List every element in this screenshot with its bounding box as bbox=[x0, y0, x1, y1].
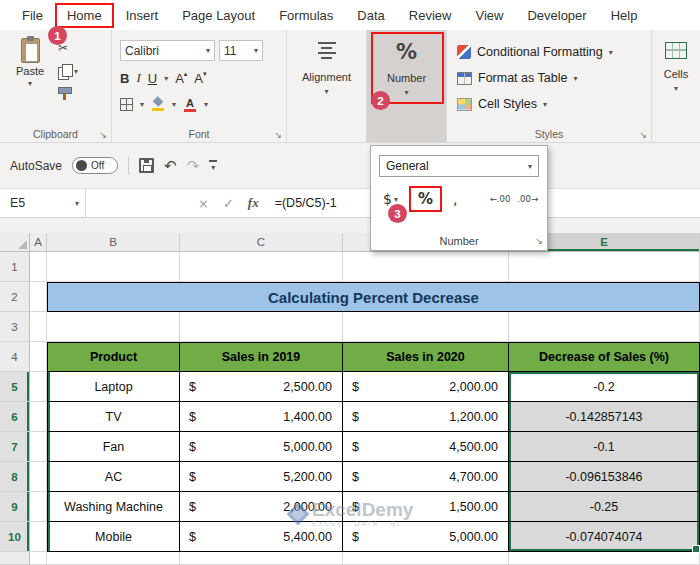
row-header-8[interactable]: 8 bbox=[0, 462, 30, 492]
column-header-c[interactable]: C bbox=[180, 233, 343, 252]
decrease-decimal-button[interactable]: .00→ bbox=[516, 192, 539, 206]
cell-c3[interactable] bbox=[180, 312, 343, 342]
number-dialog-launcher-icon[interactable]: ↘ bbox=[535, 236, 543, 246]
cell-styles-button[interactable]: Cell Styles ▾ bbox=[457, 95, 651, 113]
font-dialog-launcher-icon[interactable]: ↘ bbox=[274, 130, 282, 140]
active-cell-e5[interactable]: -0.2 bbox=[509, 372, 700, 402]
row-header-9[interactable]: 9 bbox=[0, 492, 30, 522]
tab-page-layout[interactable]: Page Layout bbox=[170, 3, 267, 28]
cell-a4[interactable] bbox=[30, 342, 47, 372]
increase-decimal-button[interactable]: ←.00 bbox=[489, 192, 512, 206]
cell-b3[interactable] bbox=[47, 312, 180, 342]
name-box[interactable]: E5 ▾ bbox=[0, 189, 86, 217]
underline-button[interactable]: U bbox=[148, 71, 157, 86]
enter-check-icon[interactable]: ✓ bbox=[223, 196, 234, 211]
chevron-down-icon[interactable]: ▾ bbox=[140, 100, 144, 109]
row-header-3[interactable]: 3 bbox=[0, 312, 30, 342]
row-header-1[interactable]: 1 bbox=[0, 252, 30, 282]
cell-d1[interactable] bbox=[343, 252, 509, 282]
font-size-select[interactable]: 11 ▾ bbox=[219, 40, 263, 61]
cell-sales-2020[interactable]: $ 5,000.00 bbox=[343, 522, 509, 552]
cell-a11[interactable] bbox=[30, 552, 47, 565]
cell-c11[interactable] bbox=[180, 552, 343, 565]
save-button[interactable] bbox=[139, 158, 154, 173]
tab-insert[interactable]: Insert bbox=[114, 3, 171, 28]
cell-decrease[interactable]: -0.142857143 bbox=[509, 402, 700, 432]
chevron-down-icon[interactable]: ▾ bbox=[172, 100, 176, 109]
tab-view[interactable]: View bbox=[463, 3, 515, 28]
ribbon-group-cells[interactable]: Cells ▾ bbox=[652, 30, 700, 142]
tab-help[interactable]: Help bbox=[599, 3, 650, 28]
comma-style-button[interactable]: , bbox=[449, 189, 461, 209]
fill-color-icon[interactable] bbox=[151, 97, 165, 111]
table-header-product[interactable]: Product bbox=[47, 342, 180, 372]
tab-file[interactable]: File bbox=[10, 3, 55, 28]
cell-sales-2019[interactable]: $ 5,000.00 bbox=[180, 432, 343, 462]
autosave-toggle[interactable]: Off bbox=[72, 157, 118, 174]
cell-sales-2020[interactable]: $ 1,500.00 bbox=[343, 492, 509, 522]
cell-a2[interactable] bbox=[30, 282, 47, 312]
cell-a7[interactable] bbox=[30, 432, 47, 462]
select-all-corner[interactable] bbox=[0, 233, 30, 252]
clipboard-dialog-launcher-icon[interactable]: ↘ bbox=[99, 130, 107, 140]
cell-product[interactable]: Mobile bbox=[47, 522, 180, 552]
cell-e3[interactable] bbox=[509, 312, 700, 342]
ribbon-group-alignment[interactable]: Alignment ▾ bbox=[287, 30, 367, 142]
copy-button[interactable]: ▾ bbox=[58, 63, 78, 79]
cell-a5[interactable] bbox=[30, 372, 47, 402]
conditional-formatting-button[interactable]: Conditional Formatting ▾ bbox=[457, 43, 651, 61]
italic-button[interactable]: I bbox=[136, 70, 140, 86]
undo-button[interactable]: ↶ bbox=[164, 157, 177, 175]
cell-sales-2019[interactable]: $ 5,400.00 bbox=[180, 522, 343, 552]
cell-sales-2020[interactable]: $ 2,000.00 bbox=[343, 372, 509, 402]
format-as-table-button[interactable]: Format as Table ▾ bbox=[457, 69, 651, 87]
styles-dialog-launcher-icon[interactable]: ↘ bbox=[639, 130, 647, 140]
bold-button[interactable]: B bbox=[120, 71, 129, 86]
number-format-dropdown[interactable]: General ▾ bbox=[379, 155, 539, 177]
cell-sales-2019[interactable]: $ 2,000.00 bbox=[180, 492, 343, 522]
cell-a9[interactable] bbox=[30, 492, 47, 522]
row-header-7[interactable]: 7 bbox=[0, 432, 30, 462]
sheet-title-cell[interactable]: Calculating Percent Decrease bbox=[47, 282, 700, 312]
chevron-down-icon[interactable]: ▾ bbox=[75, 199, 79, 208]
formula-input[interactable]: =(D5/C5)-1 bbox=[275, 189, 337, 217]
font-color-icon[interactable]: A bbox=[183, 97, 197, 112]
cell-sales-2020[interactable]: $ 4,700.00 bbox=[343, 462, 509, 492]
cell-e1[interactable] bbox=[509, 252, 700, 282]
row-header-6[interactable]: 6 bbox=[0, 402, 30, 432]
chevron-down-icon[interactable]: ▾ bbox=[204, 100, 208, 109]
row-header-4[interactable]: 4 bbox=[0, 342, 30, 372]
cell-a1[interactable] bbox=[30, 252, 47, 282]
cell-product[interactable]: AC bbox=[47, 462, 180, 492]
tab-review[interactable]: Review bbox=[397, 3, 464, 28]
font-name-select[interactable]: Calibri ▾ bbox=[120, 40, 215, 61]
cell-product[interactable]: Laptop bbox=[47, 372, 180, 402]
increase-font-size-button[interactable]: A▴ bbox=[175, 71, 187, 86]
chevron-down-icon[interactable]: ▾ bbox=[164, 74, 168, 83]
chevron-down-icon[interactable]: ▾ bbox=[324, 87, 328, 96]
cell-decrease[interactable]: -0.25 bbox=[509, 492, 700, 522]
column-header-b[interactable]: B bbox=[47, 233, 180, 252]
cell-e11[interactable] bbox=[509, 552, 700, 565]
cell-sales-2020[interactable]: $ 1,200.00 bbox=[343, 402, 509, 432]
table-header-sales-2020[interactable]: Sales in 2020 bbox=[343, 342, 509, 372]
format-painter-button[interactable] bbox=[58, 86, 78, 102]
ribbon-group-number[interactable]: % Number ▾ bbox=[367, 30, 447, 142]
cell-a8[interactable] bbox=[30, 462, 47, 492]
row-header-10[interactable]: 10 bbox=[0, 522, 30, 552]
table-header-sales-2019[interactable]: Sales in 2019 bbox=[180, 342, 343, 372]
chevron-down-icon[interactable]: ▾ bbox=[404, 88, 408, 97]
cell-b11[interactable] bbox=[47, 552, 180, 565]
redo-button[interactable]: ↷ bbox=[187, 157, 200, 175]
cell-sales-2020[interactable]: $ 4,500.00 bbox=[343, 432, 509, 462]
cell-sales-2019[interactable]: $ 5,200.00 bbox=[180, 462, 343, 492]
tab-developer[interactable]: Developer bbox=[515, 3, 598, 28]
cell-decrease[interactable]: -0.096153846 bbox=[509, 462, 700, 492]
tab-formulas[interactable]: Formulas bbox=[267, 3, 345, 28]
insert-function-button[interactable]: fx bbox=[248, 195, 259, 211]
row-header-11[interactable] bbox=[0, 552, 30, 565]
cell-d3[interactable] bbox=[343, 312, 509, 342]
cell-product[interactable]: Fan bbox=[47, 432, 180, 462]
tab-data[interactable]: Data bbox=[345, 3, 396, 28]
cell-sales-2019[interactable]: $ 1,400.00 bbox=[180, 402, 343, 432]
